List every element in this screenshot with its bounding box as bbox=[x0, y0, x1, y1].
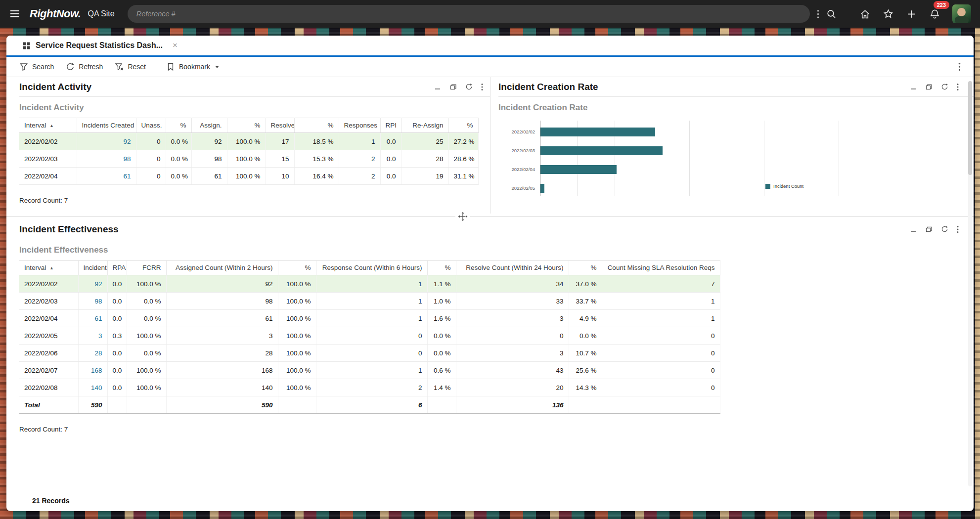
column-header[interactable]: % bbox=[278, 260, 316, 275]
value-cell: 0 bbox=[602, 379, 720, 396]
column-header[interactable]: % bbox=[569, 260, 602, 275]
bookmark-button[interactable]: Bookmark bbox=[160, 59, 225, 74]
panel-refresh-icon[interactable] bbox=[941, 225, 948, 233]
search-button[interactable]: Search bbox=[13, 59, 60, 74]
restore-window-button[interactable] bbox=[925, 84, 933, 90]
column-header[interactable]: Response Count (Within 6 Hours) bbox=[316, 260, 427, 275]
column-header-interval[interactable]: Interval▲ bbox=[19, 260, 78, 275]
toolbar-overflow-kebab-icon[interactable] bbox=[958, 62, 961, 71]
chart-bar[interactable] bbox=[540, 146, 663, 155]
table-row[interactable]: 2022/02/029200.0 %92100.0 %1718.5 %10.02… bbox=[19, 133, 478, 150]
value-cell[interactable]: 61 bbox=[77, 168, 136, 185]
value-cell[interactable]: 98 bbox=[78, 293, 107, 310]
incident-effectiveness-panel: Incident Effectiveness Incident Effectiv… bbox=[6, 219, 974, 511]
value-cell: 27.2 % bbox=[448, 133, 478, 150]
column-header[interactable]: % bbox=[294, 118, 339, 133]
column-header[interactable]: % bbox=[427, 260, 456, 275]
value-cell: 1 bbox=[316, 293, 427, 310]
panel-menu-kebab-icon[interactable] bbox=[957, 225, 959, 233]
value-cell[interactable]: 168 bbox=[78, 362, 107, 379]
column-header[interactable]: Assigned Count (Within 2 Hours) bbox=[166, 260, 278, 275]
value-cell: 0.3 bbox=[107, 327, 127, 345]
value-cell: 1 bbox=[316, 310, 427, 327]
table-row[interactable]: 2022/02/046100.0 %61100.0 %1016.4 %20.01… bbox=[19, 168, 478, 185]
table-row[interactable]: 2022/02/081400.0100.0 %140100.0 %21.4 %2… bbox=[19, 379, 720, 396]
value-cell: 0 bbox=[602, 345, 720, 362]
column-header[interactable]: RPA bbox=[107, 260, 127, 275]
interval-cell: 2022/02/07 bbox=[19, 362, 78, 379]
column-header[interactable]: Assign. bbox=[191, 118, 227, 133]
reset-button[interactable]: Reset bbox=[109, 59, 152, 74]
column-header[interactable]: Unass. bbox=[136, 118, 166, 133]
column-header[interactable]: FCRR bbox=[127, 260, 166, 275]
notifications-bell-icon[interactable]: 223 bbox=[929, 8, 940, 20]
panel-title: Incident Creation Rate bbox=[498, 82, 598, 92]
chart-legend: Incident Count bbox=[765, 183, 803, 189]
column-header[interactable]: Incidents Created bbox=[77, 118, 136, 133]
refresh-button[interactable]: Refresh bbox=[60, 59, 109, 74]
hamburger-menu-icon[interactable] bbox=[9, 8, 21, 20]
value-cell[interactable]: 61 bbox=[78, 310, 107, 327]
reference-search-field[interactable] bbox=[128, 5, 810, 23]
column-header[interactable]: % bbox=[448, 118, 478, 133]
add-new-icon[interactable] bbox=[906, 8, 917, 20]
column-header[interactable]: Count Missing SLA Resolution Reqs bbox=[602, 260, 720, 275]
value-cell[interactable]: 98 bbox=[77, 150, 136, 168]
panel-menu-kebab-icon[interactable] bbox=[957, 83, 959, 91]
value-cell[interactable]: 3 bbox=[78, 327, 107, 345]
table-row[interactable]: 2022/02/03980.00.0 %98100.0 %11.0 %3333.… bbox=[19, 293, 720, 310]
column-header[interactable]: Resolve Count (Within 24 Hours) bbox=[456, 260, 569, 275]
search-icon[interactable] bbox=[826, 9, 837, 19]
table-row[interactable]: 2022/02/06280.00.0 %28100.0 %00.0 %310.7… bbox=[19, 345, 720, 362]
panel-splitter[interactable] bbox=[6, 214, 974, 219]
value-cell: 34 bbox=[456, 275, 569, 293]
avatar[interactable] bbox=[952, 4, 971, 23]
table-row[interactable]: 2022/02/071680.0100.0 %168100.0 %10.6 %4… bbox=[19, 362, 720, 379]
table-header-row: Interval▲ Incidents Created Unass. % Ass… bbox=[19, 118, 478, 133]
value-cell[interactable]: 92 bbox=[77, 133, 136, 150]
chart-bar[interactable] bbox=[540, 184, 544, 193]
search-input[interactable] bbox=[136, 10, 801, 18]
table-row[interactable]: 2022/02/039800.0 %98100.0 %1515.3 %20.02… bbox=[19, 150, 478, 168]
minimize-button[interactable] bbox=[910, 226, 917, 233]
table-row[interactable]: 2022/02/0530.3100.0 %3100.0 %00.0 %00.0 … bbox=[19, 327, 720, 345]
column-header[interactable]: Incidents bbox=[78, 260, 107, 275]
filter-funnel-icon bbox=[19, 62, 28, 71]
value-cell[interactable]: 140 bbox=[78, 379, 107, 396]
chart-bar[interactable] bbox=[540, 128, 655, 136]
notification-count-badge[interactable]: 223 bbox=[934, 1, 949, 9]
records-count-label: 21 Records bbox=[32, 497, 69, 505]
panel-refresh-icon[interactable] bbox=[465, 83, 473, 90]
value-cell: 98 bbox=[166, 293, 278, 310]
restore-window-button[interactable] bbox=[449, 84, 457, 90]
column-header[interactable]: Resolved bbox=[266, 118, 294, 133]
panel-refresh-icon[interactable] bbox=[941, 83, 948, 90]
scrollbar-thumb[interactable] bbox=[968, 81, 972, 175]
home-icon[interactable] bbox=[859, 8, 871, 20]
value-cell: 0.0 bbox=[107, 310, 127, 327]
tab-service-request-statistics-dashboard[interactable]: Service Request Statistics Dash... × bbox=[19, 36, 180, 55]
move-handle-icon[interactable] bbox=[455, 212, 470, 221]
value-cell: 0.0 bbox=[107, 379, 127, 396]
column-header-interval[interactable]: Interval▲ bbox=[19, 118, 77, 133]
vertical-scrollbar[interactable] bbox=[968, 81, 972, 486]
column-header[interactable]: RPI bbox=[380, 118, 401, 133]
column-header[interactable]: Re-Assign bbox=[401, 118, 448, 133]
column-header[interactable]: Responses bbox=[339, 118, 380, 133]
value-cell[interactable]: 28 bbox=[78, 345, 107, 362]
search-options-kebab-icon[interactable] bbox=[817, 9, 819, 19]
value-cell[interactable]: 92 bbox=[78, 275, 107, 293]
app-window: Service Request Statistics Dash... × Sea… bbox=[6, 36, 974, 511]
column-header[interactable]: % bbox=[227, 118, 266, 133]
value-cell: 18.5 % bbox=[294, 133, 339, 150]
restore-window-button[interactable] bbox=[925, 226, 933, 233]
favorites-star-icon[interactable] bbox=[883, 8, 894, 20]
tab-close-icon[interactable]: × bbox=[173, 41, 178, 50]
chart-bar[interactable] bbox=[540, 165, 617, 174]
table-row[interactable]: 2022/02/02920.0100.0 %92100.0 %11.1 %343… bbox=[19, 275, 720, 293]
table-row[interactable]: 2022/02/04610.00.0 %61100.0 %11.6 %34.9 … bbox=[19, 310, 720, 327]
column-header[interactable]: % bbox=[166, 118, 191, 133]
minimize-button[interactable] bbox=[910, 84, 917, 90]
minimize-button[interactable] bbox=[434, 84, 441, 90]
panel-menu-kebab-icon[interactable] bbox=[481, 83, 483, 91]
